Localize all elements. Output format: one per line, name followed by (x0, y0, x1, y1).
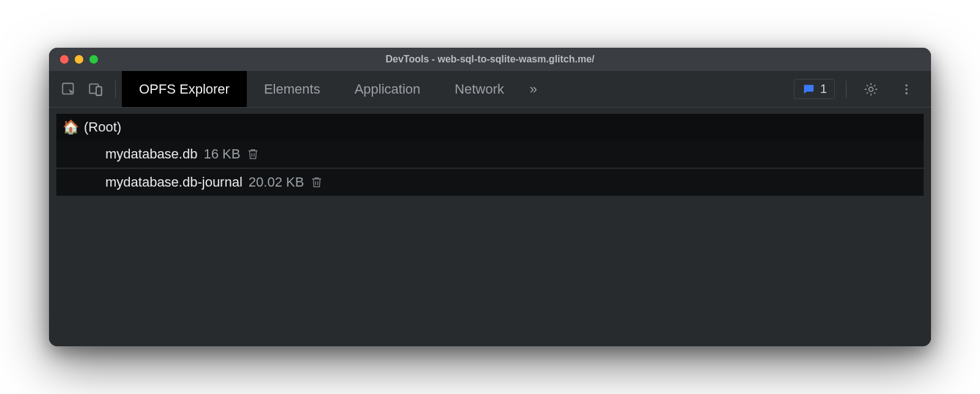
gear-icon (863, 81, 879, 97)
file-row[interactable]: mydatabase.db 16 KB (56, 141, 924, 168)
devtools-window: DevTools - web-sql-to-sqlite-wasm.glitch… (49, 48, 931, 346)
traffic-lights (49, 55, 98, 64)
delete-file-button[interactable] (310, 176, 323, 189)
toolbar-separator (115, 81, 116, 98)
issues-count: 1 (820, 82, 827, 96)
toolbar: OPFS Explorer Elements Application Netwo… (49, 71, 931, 108)
kebab-icon (900, 83, 913, 96)
inspect-element-icon[interactable] (58, 78, 80, 100)
file-row[interactable]: mydatabase.db-journal 20.02 KB (56, 169, 924, 196)
svg-point-5 (905, 84, 908, 86)
issues-button[interactable]: 1 (794, 79, 835, 99)
toolbar-right: 1 (794, 78, 925, 100)
svg-rect-2 (96, 86, 102, 95)
trash-icon (246, 147, 260, 161)
tab-application[interactable]: Application (337, 71, 438, 107)
more-tabs-button[interactable]: » (521, 71, 546, 107)
tab-opfs-explorer[interactable]: OPFS Explorer (122, 71, 247, 107)
opfs-content: 🏠 (Root) mydatabase.db 16 KB mydatabase.… (49, 108, 931, 346)
trash-icon (310, 176, 323, 189)
tree-root-row[interactable]: 🏠 (Root) (56, 114, 924, 141)
close-window-button[interactable] (60, 55, 69, 64)
toolbar-separator (846, 81, 846, 98)
svg-point-7 (905, 92, 908, 94)
tree-root-label: (Root) (84, 119, 121, 135)
delete-file-button[interactable] (246, 147, 260, 161)
window-title: DevTools - web-sql-to-sqlite-wasm.glitch… (49, 54, 931, 65)
maximize-window-button[interactable] (89, 55, 98, 64)
file-size: 20.02 KB (249, 174, 304, 190)
chat-icon (802, 83, 815, 96)
svg-point-4 (869, 87, 873, 91)
minimize-window-button[interactable] (75, 55, 83, 64)
svg-point-6 (905, 88, 908, 91)
tab-strip: OPFS Explorer Elements Application Netwo… (122, 71, 546, 107)
device-toolbar-icon[interactable] (85, 78, 107, 100)
titlebar: DevTools - web-sql-to-sqlite-wasm.glitch… (49, 48, 931, 71)
tab-network[interactable]: Network (437, 71, 521, 107)
tab-elements[interactable]: Elements (247, 71, 337, 107)
file-name: mydatabase.db-journal (105, 174, 243, 190)
settings-button[interactable] (860, 78, 882, 100)
file-name: mydatabase.db (105, 146, 197, 162)
file-size: 16 KB (203, 146, 240, 162)
more-menu-button[interactable] (895, 78, 918, 100)
home-icon: 🏠 (62, 119, 79, 135)
